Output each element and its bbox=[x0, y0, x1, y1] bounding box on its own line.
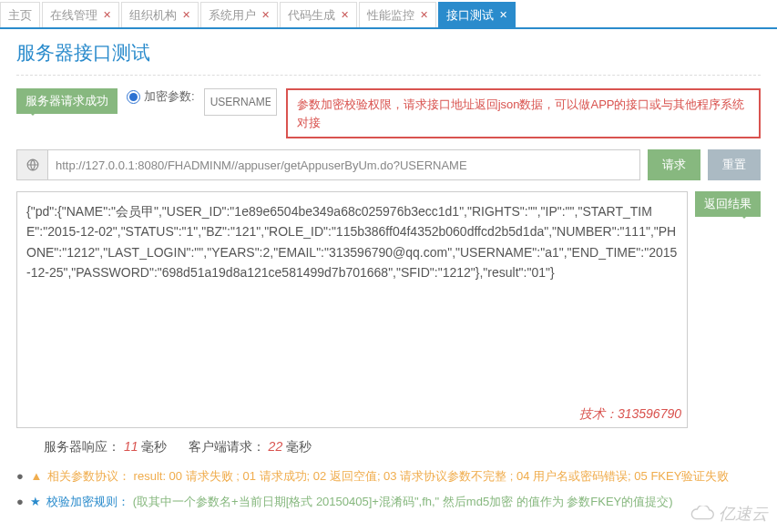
result-box: {"pd":{"NAME":"会员甲","USER_ID":"1e89e6504… bbox=[16, 191, 688, 428]
globe-icon bbox=[16, 149, 47, 180]
tab-perf[interactable]: 性能监控✕ bbox=[359, 2, 436, 27]
reset-button[interactable]: 重置 bbox=[708, 149, 761, 180]
close-icon[interactable]: ✕ bbox=[420, 9, 428, 21]
warning-icon: ▲ bbox=[30, 469, 42, 483]
content-area: 服务器接口测试 服务器请求成功 加密参数: 参数加密校验权限，请求接口地址返回j… bbox=[0, 29, 777, 530]
status-badge: 服务器请求成功 bbox=[16, 88, 118, 114]
cloud-icon bbox=[690, 506, 715, 522]
encrypt-radio-label: 加密参数: bbox=[144, 88, 195, 105]
tab-org[interactable]: 组织机构✕ bbox=[121, 2, 199, 27]
timing-row: 服务器响应： 11 毫秒 客户端请求： 22 毫秒 bbox=[44, 439, 761, 455]
result-text: {"pd":{"NAME":"会员甲","USER_ID":"1e89e6504… bbox=[26, 204, 677, 280]
request-button[interactable]: 请求 bbox=[648, 149, 700, 180]
tech-contact: 技术：313596790 bbox=[579, 404, 681, 424]
param-input[interactable] bbox=[204, 88, 277, 116]
encrypt-radio[interactable]: 加密参数: bbox=[127, 88, 195, 105]
close-icon[interactable]: ✕ bbox=[341, 9, 349, 21]
result-badge: 返回结果 bbox=[695, 191, 761, 217]
tab-apitest[interactable]: 接口测试✕ bbox=[438, 2, 516, 27]
tab-bar: 主页 在线管理✕ 组织机构✕ 系统用户✕ 代码生成✕ 性能监控✕ 接口测试✕ bbox=[0, 0, 777, 29]
star-icon: ★ bbox=[30, 495, 41, 508]
tab-online[interactable]: 在线管理✕ bbox=[42, 2, 119, 27]
url-group bbox=[16, 149, 640, 180]
close-icon[interactable]: ✕ bbox=[182, 9, 190, 21]
list-item: ● ★ 校验加密规则： (取其中一个参数名+当前日期[格式 20150405]+… bbox=[16, 494, 761, 510]
encrypt-radio-input[interactable] bbox=[127, 90, 140, 104]
note-box: 参数加密校验权限，请求接口地址返回json数据，可以做APP的接口或与其他程序系… bbox=[286, 88, 761, 138]
footer-list: ● ▲ 相关参数协议： result: 00 请求失败 ; 01 请求成功; 0… bbox=[16, 468, 761, 510]
close-icon[interactable]: ✕ bbox=[499, 9, 507, 21]
close-icon[interactable]: ✕ bbox=[261, 9, 270, 21]
list-item: ● ▲ 相关参数协议： result: 00 请求失败 ; 01 请求成功; 0… bbox=[16, 468, 761, 485]
page-title: 服务器接口测试 bbox=[16, 40, 761, 76]
close-icon[interactable]: ✕ bbox=[103, 9, 111, 21]
url-input[interactable] bbox=[47, 149, 640, 180]
tab-users[interactable]: 系统用户✕ bbox=[200, 2, 278, 27]
tab-home[interactable]: 主页 bbox=[0, 2, 40, 27]
watermark: 亿速云 bbox=[690, 503, 768, 525]
tab-codegen[interactable]: 代码生成✕ bbox=[280, 2, 357, 27]
